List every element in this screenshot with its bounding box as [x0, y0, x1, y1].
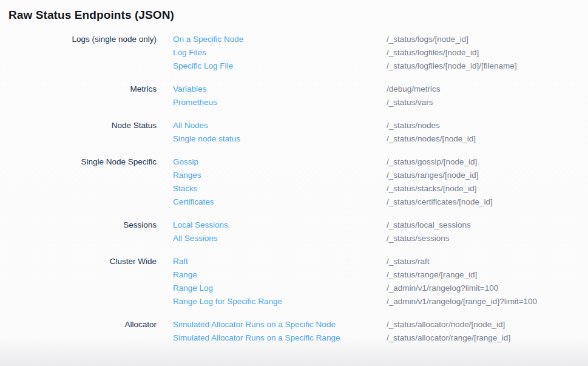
endpoint-group: Single Node Specific GossipRangesStacksC… [8, 155, 580, 209]
endpoint-link[interactable]: Certificates [173, 195, 387, 209]
paths-column: /_status/gossip/[node_id]/_status/ranges… [387, 155, 580, 209]
paths-column: /debug/metrics/_status/vars [387, 83, 580, 109]
category-column: Logs (single node only) [8, 33, 173, 46]
category-column: Allocator [8, 318, 173, 331]
endpoint-group: Sessions Local SessionsAll Sessions /_st… [8, 219, 580, 245]
category-column: Metrics [8, 83, 173, 96]
category-label: Logs (single node only) [72, 35, 157, 44]
endpoint-link[interactable]: Range [173, 268, 387, 282]
endpoint-link[interactable]: Gossip [173, 155, 387, 169]
endpoint-path: /_status/gossip/[node_id] [387, 155, 580, 169]
links-column: Local SessionsAll Sessions [173, 219, 387, 245]
endpoint-link[interactable]: All Sessions [173, 232, 387, 245]
category-label: Node Status [112, 121, 157, 130]
raw-status-endpoints-page: Raw Status Endpoints (JSON) Logs (single… [0, 0, 588, 345]
endpoint-path: /_status/allocator/node/[node_id] [387, 318, 580, 331]
endpoint-link[interactable]: Variables [173, 83, 387, 96]
endpoint-link[interactable]: Local Sessions [173, 219, 387, 232]
endpoint-link[interactable]: Stacks [173, 182, 387, 195]
links-column: All NodesSingle node status [173, 119, 387, 146]
paths-column: /_status/nodes/_status/nodes/[node_id] [387, 119, 580, 146]
endpoint-link[interactable]: All Nodes [173, 119, 387, 132]
endpoint-path: /_status/sessions [387, 232, 580, 245]
endpoint-path: /_status/allocator/range/[range_id] [387, 331, 580, 345]
category-label: Sessions [123, 220, 157, 229]
endpoint-link[interactable]: On a Specific Node [173, 33, 387, 46]
category-column: Cluster Wide [8, 255, 173, 268]
endpoint-path: /_status/stacks/[node_id] [387, 182, 580, 195]
links-column: GossipRangesStacksCertificates [173, 155, 387, 209]
endpoint-table: Logs (single node only) On a Specific No… [8, 33, 580, 345]
endpoint-path: /debug/metrics [387, 83, 580, 96]
endpoint-group: Node Status All NodesSingle node status … [8, 119, 580, 146]
category-column: Single Node Specific [8, 155, 173, 169]
endpoint-path: /_status/vars [387, 96, 580, 109]
endpoint-path: /_admin/v1/rangelog?limit=100 [387, 282, 580, 295]
endpoint-path: /_status/local_sessions [387, 219, 580, 232]
category-label: Single Node Specific [81, 157, 157, 166]
links-column: Simulated Allocator Runs on a Specific N… [173, 318, 387, 345]
category-label: Cluster Wide [110, 257, 157, 266]
links-column: RaftRangeRange LogRange Log for Specific… [173, 255, 387, 308]
endpoint-path: /_status/nodes/[node_id] [387, 132, 580, 146]
paths-column: /_status/logs/[node_id]/_status/logfiles… [387, 33, 580, 73]
category-label: Allocator [124, 320, 157, 329]
category-column: Sessions [8, 219, 173, 232]
endpoint-link[interactable]: Range Log for Specific Range [173, 295, 387, 308]
paths-column: /_status/allocator/node/[node_id]/_statu… [387, 318, 580, 345]
links-column: VariablesPrometheus [173, 83, 387, 109]
endpoint-link[interactable]: Simulated Allocator Runs on a Specific N… [173, 318, 387, 331]
endpoint-link[interactable]: Simulated Allocator Runs on a Specific R… [173, 331, 387, 345]
endpoint-link[interactable]: Prometheus [173, 96, 387, 109]
endpoint-group: Logs (single node only) On a Specific No… [8, 33, 580, 73]
endpoint-link[interactable]: Raft [173, 255, 387, 268]
endpoint-group: Allocator Simulated Allocator Runs on a … [8, 318, 580, 345]
paths-column: /_status/local_sessions/_status/sessions [387, 219, 580, 245]
endpoint-link[interactable]: Log Files [173, 46, 387, 59]
endpoint-path: /_status/ranges/[node_id] [387, 169, 580, 182]
endpoint-link[interactable]: Ranges [173, 169, 387, 182]
paths-column: /_status/raft/_status/range/[range_id]/_… [387, 255, 580, 308]
page-title: Raw Status Endpoints (JSON) [8, 7, 580, 23]
endpoint-link[interactable]: Range Log [173, 282, 387, 295]
endpoint-group: Metrics VariablesPrometheus /debug/metri… [8, 83, 580, 109]
endpoint-link[interactable]: Specific Log File [173, 59, 387, 73]
category-label: Metrics [130, 84, 157, 93]
endpoint-path: /_status/raft [387, 255, 580, 268]
endpoint-link[interactable]: Single node status [173, 132, 387, 146]
category-column: Node Status [8, 119, 173, 132]
endpoint-path: /_status/logs/[node_id] [387, 33, 580, 46]
endpoint-path: /_status/nodes [387, 119, 580, 132]
endpoint-path: /_status/certificates/[node_id] [387, 195, 580, 209]
endpoint-path: /_status/logfiles/[node_id]/[filename] [387, 59, 580, 73]
endpoint-path: /_status/range/[range_id] [387, 268, 580, 282]
endpoint-path: /_status/logfiles/[node_id] [387, 46, 580, 59]
endpoint-group: Cluster Wide RaftRangeRange LogRange Log… [8, 255, 580, 308]
links-column: On a Specific NodeLog FilesSpecific Log … [173, 33, 387, 73]
endpoint-path: /_admin/v1/rangelog/[range_id]?limit=100 [387, 295, 580, 308]
